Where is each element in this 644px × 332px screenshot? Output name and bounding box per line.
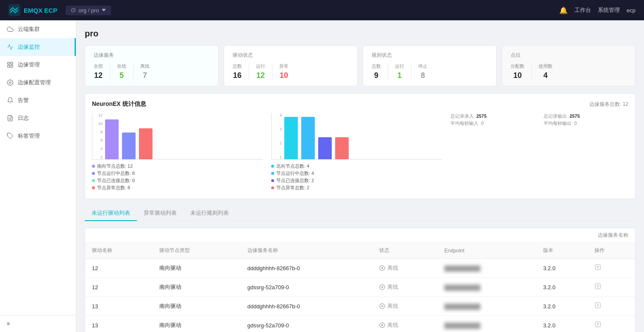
sidebar-item-tag-manage[interactable]: 标签管理 [0,127,76,145]
col-status: 状态 [372,243,437,259]
action-detail-icon[interactable] [594,284,601,291]
cell-action[interactable] [588,297,635,316]
table-row: 12 南向驱动 ddddghhhh-82667b-0 离线 ██████████… [85,259,635,278]
tab-not-running-driver[interactable]: 未运行驱动列表 [85,206,137,221]
bar-south-2 [122,133,136,159]
nav-ecp[interactable]: ecp [627,7,636,14]
south-chart-canvas: 12108642 [92,113,263,160]
sidebar-item-edge-config[interactable]: 边缘配置管理 [0,74,76,91]
edge-online: 在线 5 [110,63,133,80]
sidebar-item-edge-monitor[interactable]: 边缘监控 [0,38,76,56]
legend-dot [271,165,274,168]
legend-north-running: 节点运行中总数: 4 [271,170,442,177]
notification-bell[interactable]: 🔔 [559,6,568,14]
sidebar-item-alert[interactable]: 告警 [0,91,76,109]
south-chart-legend: 南向节点总数: 12 节点运行中总数: 8 节点已连接总数: 0 节点 [92,163,263,191]
header: EMQX ECP org / pro 🔔 工作台 系统管理 ecp [0,0,644,20]
legend-south-running: 节点运行中总数: 8 [92,170,263,177]
tab-abnormal-driver[interactable]: 异常驱动列表 [137,206,183,221]
neuron-count: 边缘服务总数: 12 [589,101,628,108]
metrics-block-output: 总记录输出 2575 平均每秒输出 0 [544,113,628,127]
table-body: 12 南向驱动 ddddghhhh-82667b-0 离线 ██████████… [85,259,635,332]
offline-icon [379,284,385,290]
cell-action[interactable] [588,259,635,278]
cell-action[interactable] [588,316,635,332]
cell-version: 3.2.0 [536,316,588,332]
cell-driver-name: 13 [85,316,153,332]
col-endpoint: Endpoint [438,243,536,259]
svg-rect-3 [11,62,13,64]
sidebar-collapse[interactable]: ≡ [0,315,76,332]
filter-label: 边缘服务名称 [598,232,628,239]
nav-workbench[interactable]: 工作台 [575,6,591,14]
cell-driver-name: 13 [85,297,153,316]
collapse-icon: ≡ [7,321,10,327]
driver-running: 运行 12 [249,63,272,80]
south-y-axis: 12108642 [92,113,104,159]
legend-dot [271,179,274,182]
bar-south-1 [105,119,119,160]
cell-service-name: ddddghhhh-82667b-0 [241,297,373,316]
legend-south-connected: 节点已连接总数: 0 [92,177,263,184]
monitor-icon [7,44,14,50]
status-text: 离线 [387,302,398,310]
nav-sysadmin[interactable]: 系统管理 [598,6,620,14]
north-chart-block: 4321 北向节点总数: 4 节 [271,113,442,192]
sidebar-item-edge-manage[interactable]: 边缘管理 [0,56,76,74]
cloud-icon [7,26,14,33]
endpoint-value: ██████████ [444,266,480,271]
neuron-header: NeuronEX 统计信息 边缘服务总数: 12 [92,100,628,108]
bar-north-3 [318,137,332,160]
endpoint-value: ██████████ [444,285,480,290]
cell-version: 3.2.0 [536,278,588,297]
legend-north-total: 北向节点总数: 4 [271,163,442,169]
cell-action[interactable] [588,278,635,297]
breadcrumb-selector[interactable]: org / pro [66,6,111,15]
cell-service-name: gdssrg-52a709-0 [241,278,373,297]
sidebar-item-label: 告警 [18,97,29,104]
offline-icon [379,265,385,271]
stats-rule: 规则状态 总数 9 运行 1 停止 8 [363,45,497,86]
driver-values: 总数 16 运行 12 异常 10 [233,63,349,80]
metric-output-label: 总记录输出 2575 [544,113,580,119]
log-icon [7,115,14,122]
tab-not-running-rule[interactable]: 未运行规则列表 [183,206,236,221]
cell-driver-type: 南向驱动 [153,316,240,332]
sidebar-item-label: 边缘管理 [18,61,40,69]
svg-point-6 [9,82,11,83]
metric-row-input: 总记录录入 2575 平均每秒输入 0 [450,113,535,127]
col-driver-name: 驱动名称 [85,243,153,259]
svg-rect-4 [8,65,10,67]
sidebar-item-label: 日志 [18,114,29,122]
bar-north-1 [284,117,298,159]
sidebar-item-log[interactable]: 日志 [0,109,76,127]
sidebar-item-cloud-cluster[interactable]: 云端集群 [0,20,76,38]
metric-avg-output-label: 平均每秒输出 0 [544,120,580,127]
cell-service-name: ddddghhhh-82667b-0 [241,259,373,278]
table-row: 13 南向驱动 ddddghhhh-82667b-0 离线 ██████████… [85,297,635,316]
sidebar-item-label: 云端集群 [18,25,40,33]
sidebar-item-label: 边缘配置管理 [18,79,51,86]
layout: 云端集群 边缘监控 边缘管理 边缘配置管理 告警 [0,20,644,332]
cell-version: 3.2.0 [536,259,588,278]
table-filter-row: 边缘服务名称 [85,228,635,243]
edge-all: 全部 12 [94,63,110,80]
action-detail-icon[interactable] [594,265,601,272]
south-chart-block: 12108642 南向节点总数: 12 节点运行中总数: [92,113,263,192]
charts-row: 12108642 南向节点总数: 12 节点运行中总数: [92,113,628,192]
col-action: 操作 [588,243,635,259]
offline-icon [379,303,385,309]
logo-text: EMQX ECP [24,7,57,14]
status-text: 离线 [387,321,398,329]
cell-driver-type: 南向驱动 [153,278,240,297]
offline-icon [379,322,385,328]
neuron-section: NeuronEX 统计信息 边缘服务总数: 12 12108642 [85,93,636,199]
page-title: pro [85,29,636,39]
action-detail-icon[interactable] [594,322,601,329]
edge-offline: 离线 7 [133,63,156,80]
cell-endpoint: ██████████ [438,316,536,332]
action-detail-icon[interactable] [594,303,601,310]
point-title: 点位 [511,52,627,59]
legend-dot [92,165,95,168]
point-allocated: 分配数 10 [511,63,532,80]
